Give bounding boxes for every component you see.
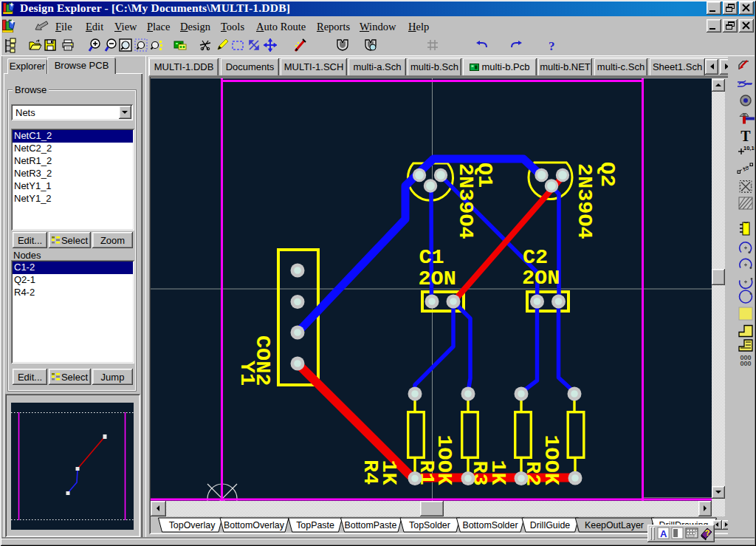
svg-text:1OOK: 1OOK: [539, 435, 563, 486]
svg-text:1K: 1K: [486, 460, 510, 486]
svg-text:1OOK: 1OOK: [432, 435, 456, 486]
svg-text:TopSolder: TopSolder: [409, 520, 450, 530]
svg-text:DrillGuide: DrillGuide: [530, 520, 571, 530]
svg-text:1K: 1K: [377, 460, 401, 486]
svg-text:10,10: 10,10: [743, 145, 756, 151]
svg-text:?: ?: [704, 528, 710, 538]
svg-text:BottomSolder: BottomSolder: [462, 520, 518, 530]
svg-text:10: 10: [741, 164, 749, 172]
svg-text:Q2: Q2: [595, 162, 619, 187]
svg-text:KeepOutLayer: KeepOutLayer: [585, 520, 644, 530]
svg-text:BottomOverlay: BottomOverlay: [224, 520, 285, 530]
svg-text:TopPaste: TopPaste: [296, 520, 334, 530]
svg-text:BottomPaste: BottomPaste: [345, 520, 397, 530]
svg-text:A: A: [660, 528, 667, 539]
svg-text:2ON: 2ON: [522, 266, 560, 290]
svg-text:2N39O4: 2N39O4: [453, 163, 478, 239]
svg-text:T: T: [740, 128, 751, 144]
svg-text:2N39O4: 2N39O4: [572, 163, 597, 239]
svg-text:?: ?: [549, 39, 555, 53]
svg-text:000: 000: [740, 360, 751, 367]
svg-text:CON2: CON2: [250, 335, 275, 386]
svg-text:TopOverlay: TopOverlay: [169, 520, 216, 530]
svg-text:2ON: 2ON: [419, 267, 456, 291]
